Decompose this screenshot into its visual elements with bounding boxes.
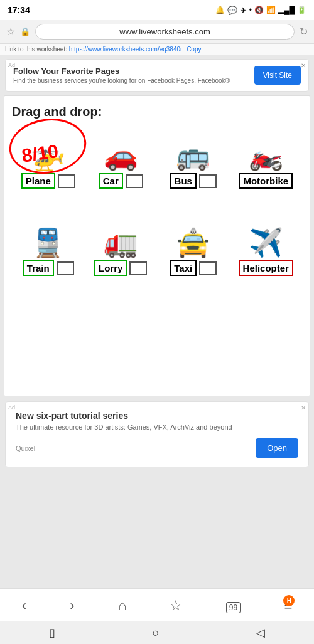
recents-button[interactable]: ▯ xyxy=(49,626,55,640)
phone-back-button[interactable]: ◁ xyxy=(256,626,265,640)
taxi-label: Taxi xyxy=(170,260,197,276)
vehicle-item-bus: 🚌 Bus xyxy=(162,142,225,189)
notification-icon: 🔔 xyxy=(215,6,225,14)
forward-button[interactable]: › xyxy=(63,595,80,616)
taxi-dropbox[interactable] xyxy=(199,261,217,275)
bottom-ad-title: New six-part tutorial series xyxy=(16,411,298,421)
vehicle-row-2: 🚆 Train 🚛 Lorry 🚖 Taxi ✈️ xyxy=(12,224,302,281)
worksheet-link[interactable]: https://www.liveworksheets.com/eq3840r xyxy=(69,46,183,53)
bus-label: Bus xyxy=(170,173,197,189)
plane-image: 🚁 xyxy=(31,142,65,169)
helicopter-image: ✈️ xyxy=(249,229,283,256)
vehicle-item-helicopter: ✈️ Helicopter xyxy=(234,229,297,276)
ad-close-top[interactable]: ✕ xyxy=(301,62,306,69)
mute-icon: 🔇 xyxy=(254,6,264,14)
ad-label-bottom: Ad xyxy=(8,404,15,411)
worksheet: Drag and drop: 8/10 🚁 Plane 🚗 Car xyxy=(4,95,310,396)
status-icons: 🔔 💬 ✈ • 🔇 📶 ▂▄█ 🔋 xyxy=(215,6,306,15)
ad-label-top: Ad xyxy=(8,62,15,68)
helicopter-label: Helicopter xyxy=(239,260,293,276)
vehicle-item-plane: 🚁 Plane xyxy=(17,142,80,189)
bus-image: 🚌 xyxy=(176,142,210,169)
plane-dropbox[interactable] xyxy=(58,174,75,188)
ad-title-top: Follow Your Favorite Pages xyxy=(13,66,230,76)
bottom-nav: ‹ › ⌂ ☆ 99 ≡ H xyxy=(0,588,314,621)
vehicle-row-1: 🚁 Plane 🚗 Car 🚌 Bus 🏍️ Mo xyxy=(12,137,302,194)
taxi-image: 🚖 xyxy=(176,229,210,256)
vehicle-item-lorry: 🚛 Lorry xyxy=(89,229,152,276)
vehicle-item-car: 🚗 Car xyxy=(89,142,152,189)
bus-dropbox[interactable] xyxy=(199,174,217,188)
vehicle-item-train: 🚆 Train xyxy=(17,229,80,276)
ad-close-bottom[interactable]: ✕ xyxy=(301,404,306,411)
vehicle-item-motorbike: 🏍️ Motorbike xyxy=(234,142,297,189)
bookmark-icon[interactable]: ☆ xyxy=(6,26,15,38)
link-bar-text: Link to this worksheet: xyxy=(5,46,67,53)
home-button[interactable]: ⌂ xyxy=(112,595,133,616)
bottom-ad-desc: The ultimate resource for 3D artists: Ga… xyxy=(16,423,298,431)
wifi-icon: 📶 xyxy=(266,6,276,14)
signal-icon: ▂▄█ xyxy=(278,6,295,14)
tabs-button[interactable]: 99 xyxy=(220,595,247,616)
motorbike-image: 🏍️ xyxy=(249,142,283,169)
phone-home-button[interactable]: ○ xyxy=(153,626,160,640)
ad-visit-button[interactable]: Visit Site xyxy=(254,66,301,85)
battery-icon: 🔋 xyxy=(297,6,306,14)
back-button[interactable]: ‹ xyxy=(16,595,33,616)
car-dropbox[interactable] xyxy=(126,174,143,188)
plane-label: Plane xyxy=(21,173,55,189)
status-time: 17:34 xyxy=(8,5,30,15)
train-label: Train xyxy=(23,260,54,276)
car-label: Car xyxy=(99,173,123,189)
lorry-image: 🚛 xyxy=(104,229,138,256)
bottom-ad-open-button[interactable]: Open xyxy=(256,438,298,458)
menu-badge: H xyxy=(283,595,295,606)
refresh-icon[interactable]: ↻ xyxy=(300,26,308,38)
vehicle-item-taxi: 🚖 Taxi xyxy=(162,229,225,276)
worksheet-title: Drag and drop: xyxy=(12,105,102,119)
browser-bar: ☆ 🔒 www.liveworksheets.com ↻ xyxy=(0,20,314,44)
copy-label[interactable]: Copy xyxy=(187,46,201,53)
bottom-ad-footer: Quixel Open xyxy=(16,438,298,458)
ad-desc-top: Find the business services you're lookin… xyxy=(13,77,230,84)
ad-text-top: Follow Your Favorite Pages Find the busi… xyxy=(13,66,230,84)
lorry-label: Lorry xyxy=(94,260,127,276)
telegram-icon: ✈ xyxy=(240,6,247,15)
status-bar: 17:34 🔔 💬 ✈ • 🔇 📶 ▂▄█ 🔋 xyxy=(0,0,314,20)
top-ad-banner: Ad ✕ Follow Your Favorite Pages Find the… xyxy=(5,59,309,92)
bottom-ad-banner: Ad ✕ New six-part tutorial series The ul… xyxy=(5,401,309,467)
dot-icon: • xyxy=(249,6,252,14)
train-dropbox[interactable] xyxy=(57,261,74,275)
menu-button[interactable]: ≡ H xyxy=(278,595,298,616)
bottom-ad-source: Quixel xyxy=(16,445,35,452)
motorbike-label: Motorbike xyxy=(239,173,293,189)
lorry-dropbox[interactable] xyxy=(129,261,147,275)
train-image: 🚆 xyxy=(31,229,65,256)
lock-icon: 🔒 xyxy=(20,27,30,36)
phone-home-bar: ▯ ○ ◁ xyxy=(0,621,314,644)
gray-space xyxy=(0,471,314,534)
link-bar: Link to this worksheet: https://www.live… xyxy=(0,44,314,55)
bookmark-button[interactable]: ☆ xyxy=(163,595,188,616)
url-bar[interactable]: www.liveworksheets.com xyxy=(35,24,295,40)
car-image: 🚗 xyxy=(104,142,138,169)
whatsapp-icon: 💬 xyxy=(227,6,237,15)
